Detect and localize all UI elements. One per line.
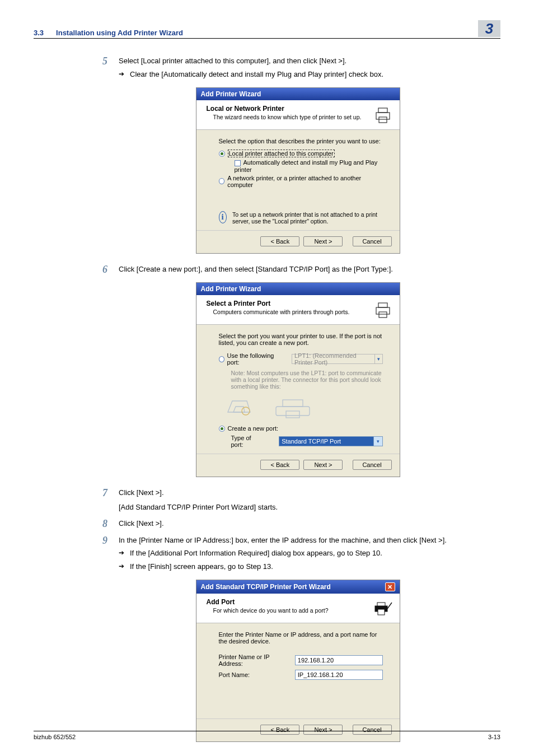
wizard-head-sub: For which device do you want to add a po… [207,607,329,614]
next-button[interactable]: Next > [303,236,343,246]
cancel-button[interactable]: Cancel [353,236,392,246]
radio-label: A network printer, or a printer attached… [227,175,382,188]
dialog-title: Add Standard TCP/IP Printer Port Wizard [201,583,331,591]
step-8: 8 Click [Next >]. [95,518,500,529]
network-printer-icon [373,598,393,618]
dialog-titlebar: Add Printer Wizard [196,283,400,295]
step-body: Click [Next >]. [119,518,500,529]
info-text: To set up a network printer that is not … [232,211,383,225]
radio-indicator [219,426,225,432]
svg-rect-8 [283,400,303,407]
step-arrow-note: Clear the [Automatically detect and inst… [119,69,500,80]
connector-illustrations [224,394,383,419]
dialog-title: Add Printer Wizard [201,285,261,293]
field-label: Printer Name or IP Address: [219,654,287,667]
port-dropdown-disabled: LPT1: (Recommended Printer Port) ▾ [292,354,383,364]
svg-rect-5 [379,312,387,318]
step-body: In the [Printer Name or IP Address:] box… [119,535,500,572]
step-7: 7 Click [Next >]. [Add Standard TCP/IP P… [95,487,500,512]
svg-rect-3 [376,307,390,314]
step-5: 5 Select [Local printer attached to this… [95,55,500,80]
radio-create-port[interactable]: Create a new port: [219,425,279,432]
info-box: i To set up a network printer that is no… [219,211,383,225]
svg-point-6 [242,407,250,415]
body-lead: Select the option that describes the pri… [219,138,383,144]
step-body: Click [Next >]. [Add Standard TCP/IP Pri… [119,487,500,512]
wizard-body: Select the port you want your printer to… [196,325,400,454]
wizard-head-sub: The wizard needs to know which type of p… [207,114,362,120]
field-printer-name-ip: Printer Name or IP Address: 192.168.1.20 [219,654,383,667]
back-button[interactable]: < Back [260,460,299,470]
back-button[interactable]: < Back [260,236,299,246]
section-number: 3.3 [34,29,44,37]
wizard-head-title: Add Port [207,598,329,606]
step-number: 7 [95,487,107,512]
svg-rect-4 [378,303,387,307]
footer-model: bizhub 652/552 [34,734,76,740]
dialog-local-or-network: Add Printer Wizard Local or Network Prin… [196,87,400,254]
printer-icon [373,105,393,125]
step-body: Click [Create a new port:], and then sel… [119,264,500,275]
wizard-header: Add Port For which device do you want to… [196,594,400,623]
step-text: Click [Next >]. [119,518,500,529]
dialog-add-port: Add Standard TCP/IP Printer Port Wizard … [196,580,400,742]
step-arrow-note: If the [Additional Port Information Requ… [119,548,500,559]
step-number: 5 [95,55,107,80]
radio-indicator [219,151,225,157]
checkbox-auto-detect[interactable]: Automatically detect and install my Plug… [219,159,383,173]
port-name-input[interactable]: IP_192.168.1.20 [295,670,383,680]
step-number: 8 [95,518,107,529]
body-lead: Enter the Printer Name or IP address, an… [219,631,383,645]
wizard-header: Select a Printer Port Computers communic… [196,295,400,325]
svg-rect-2 [379,117,387,123]
radio-label: Local printer attached to this computer [228,150,335,157]
dialog-titlebar: Add Printer Wizard [196,88,400,100]
radio-network-printer[interactable]: A network printer, or a printer attached… [219,175,383,188]
radio-use-port[interactable]: Use the following port: LPT1: (Recommend… [219,352,383,366]
wizard-header: Local or Network Printer The wizard need… [196,100,400,130]
body-lead: Select the port you want your printer to… [219,333,383,346]
wizard-head-sub: Computers communicate with printers thro… [207,309,350,315]
dropdown-value: LPT1: (Recommended Printer Port) [292,352,374,366]
chevron-down-icon: ▾ [373,437,382,446]
dialog-titlebar: Add Standard TCP/IP Printer Port Wizard … [196,580,400,594]
printer-ip-input[interactable]: 192.168.1.20 [295,655,383,665]
step-9: 9 In the [Printer Name or IP Address:] b… [95,535,500,572]
footer-page: 3-13 [488,734,500,740]
step-number: 9 [95,535,107,572]
radio-indicator [219,178,225,184]
checkbox-label: Automatically detect and install my Plug… [235,159,378,173]
wizard-body: Select the option that describes the pri… [196,130,400,230]
wizard-footer: < Back Next > Cancel [196,230,400,253]
step-text: Click [Next >]. [119,487,500,498]
wizard-body: Enter the Printer Name or IP address, an… [196,623,400,718]
radio-indicator [219,356,224,362]
cancel-button[interactable]: Cancel [353,460,392,470]
step-text: In the [Printer Name or IP Address:] box… [119,535,500,546]
dialog-title: Add Printer Wizard [201,90,261,98]
chapter-badge: 3 [478,20,500,37]
step-text: Click [Create a new port:], and then sel… [119,264,500,275]
step-6: 6 Click [Create a new port:], and then s… [95,264,500,275]
radio-local-printer[interactable]: Local printer attached to this computer [219,150,335,157]
chevron-down-icon: ▾ [374,354,382,363]
port-type-dropdown[interactable]: Standard TCP/IP Port ▾ [279,436,382,446]
port-note: Note: Most computers use the LPT1: port … [219,370,383,390]
svg-rect-12 [378,609,385,615]
step-number: 6 [95,264,107,275]
page-header: 3.3 Installation using Add Printer Wizar… [34,20,500,39]
next-button[interactable]: Next > [303,460,343,470]
close-icon[interactable]: ✕ [385,582,395,591]
svg-rect-11 [377,603,385,606]
page-footer: bizhub 652/552 3-13 [34,731,500,740]
step-subtext: [Add Standard TCP/IP Printer Port Wizard… [119,502,500,513]
radio-label: Create a new port: [228,425,279,432]
field-label: Port Name: [219,671,287,678]
dialog-select-port: Add Printer Wizard Select a Printer Port… [196,282,400,477]
printer-illustration-icon [270,394,315,419]
step-body: Select [Local printer attached to this c… [119,55,500,80]
connector-icon [224,394,254,419]
step-arrow-note: If the [Finish] screen appears, go to St… [119,561,500,572]
dropdown-value: Standard TCP/IP Port [279,438,343,445]
printer-icon [373,300,393,320]
